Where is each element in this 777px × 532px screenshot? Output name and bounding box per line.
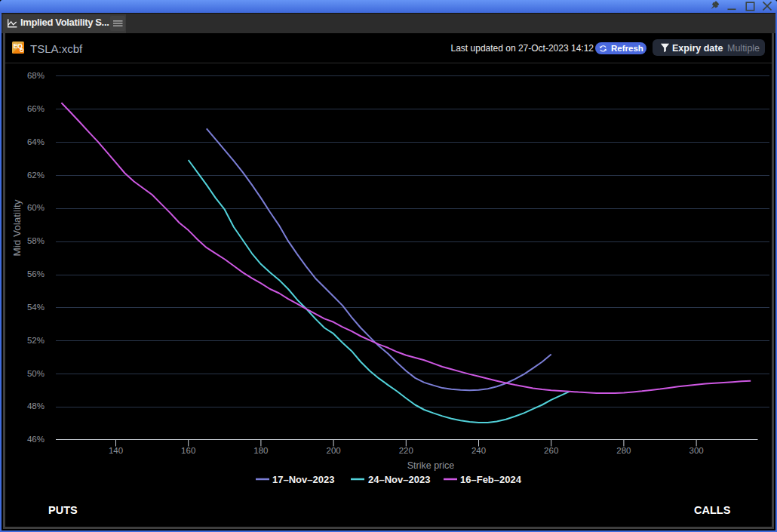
svg-text:48%: 48%	[27, 401, 45, 411]
svg-text:300: 300	[689, 446, 704, 455]
svg-text:68%: 68%	[27, 71, 45, 80]
svg-text:260: 260	[544, 446, 558, 455]
svg-text:66%: 66%	[27, 104, 45, 113]
svg-text:46%: 46%	[27, 435, 45, 444]
svg-text:160: 160	[181, 446, 195, 455]
svg-text:52%: 52%	[27, 336, 45, 345]
svg-text:58%: 58%	[27, 236, 45, 245]
svg-text:56%: 56%	[27, 269, 45, 278]
svg-text:220: 220	[399, 446, 413, 455]
svg-text:50%: 50%	[27, 369, 45, 378]
svg-text:24–Nov–2023: 24–Nov–2023	[368, 474, 430, 485]
svg-text:240: 240	[471, 446, 486, 455]
svg-text:54%: 54%	[27, 303, 45, 312]
svg-text:64%: 64%	[27, 137, 45, 146]
svg-text:17–Nov–2023: 17–Nov–2023	[272, 474, 334, 485]
svg-text:Mid Volatility: Mid Volatility	[11, 199, 23, 256]
svg-text:Strike price: Strike price	[407, 460, 455, 471]
svg-text:140: 140	[109, 446, 123, 455]
svg-text:16–Feb–2024: 16–Feb–2024	[460, 474, 522, 485]
svg-text:280: 280	[616, 446, 631, 455]
svg-text:60%: 60%	[27, 203, 45, 212]
svg-text:180: 180	[253, 446, 268, 455]
svg-text:200: 200	[327, 446, 341, 455]
svg-text:62%: 62%	[27, 171, 45, 180]
